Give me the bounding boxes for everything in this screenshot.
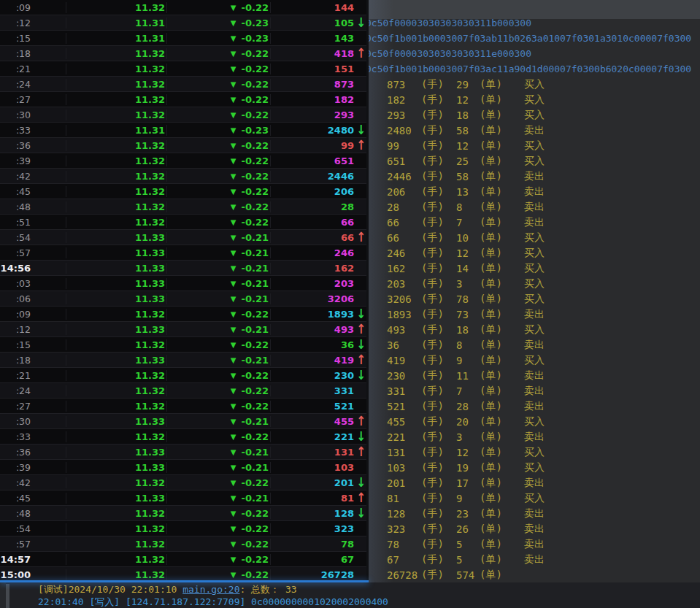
lots-unit-label: (手): [421, 201, 456, 214]
tick-row[interactable]: :3611.32▼-0.2299↑: [0, 138, 366, 153]
trade-row: 81(手)9(单)买入: [369, 490, 700, 506]
tick-change-value: -0.22: [242, 48, 269, 59]
tick-row[interactable]: :4511.33▼-0.2181↑: [0, 490, 366, 506]
lots-unit-label: (手): [421, 354, 456, 367]
trade-volume: 2480: [387, 125, 421, 136]
lots-unit-label: (手): [421, 323, 456, 336]
tick-change: ▼-0.21: [167, 278, 271, 289]
down-triangle-icon: ▼: [231, 479, 236, 487]
trade-row: 1893(手)73(单)卖出: [369, 307, 700, 322]
trade-order-count: 28: [456, 401, 480, 412]
tick-row[interactable]: :5411.33▼-0.2166↑: [0, 230, 366, 245]
tick-time: :24: [0, 385, 66, 396]
trade-direction: 买入: [524, 262, 568, 275]
tick-row[interactable]: 14:5711.32▼-0.2267: [0, 552, 366, 567]
arrow-up-icon: ↑: [355, 353, 366, 366]
tick-time: :12: [0, 324, 66, 335]
orders-unit-label: (单): [480, 93, 524, 107]
tick-row[interactable]: :2411.32▼-0.22873: [0, 77, 366, 92]
tick-row[interactable]: :4211.32▼-0.22201↓: [0, 475, 366, 490]
trade-volume: 246: [387, 247, 421, 259]
tick-row[interactable]: :0911.32▼-0.22144: [0, 0, 366, 15]
trade-direction: 卖出: [524, 431, 568, 444]
tick-row[interactable]: :2711.32▼-0.22521: [0, 399, 366, 414]
trade-row: 201(手)17(单)卖出: [369, 475, 700, 490]
tick-row[interactable]: :0911.32▼-0.221893↓: [0, 307, 366, 322]
trade-order-count: 14: [456, 263, 480, 274]
trade-row: 203(手)3(单)买入: [369, 276, 700, 291]
tick-change: ▼-0.21: [167, 355, 271, 366]
tick-row[interactable]: :1211.33▼-0.21493↑: [0, 322, 366, 337]
console-scrollbar-thumb[interactable]: [6, 584, 9, 608]
tick-row[interactable]: :4211.32▼-0.222446: [0, 169, 366, 184]
arrow-down-icon: ↓: [355, 16, 366, 29]
tick-change: ▼-0.23: [167, 33, 271, 44]
hex-packet-line: 0c50f1b001b0003007f03ab11b0263a01007f030…: [369, 31, 691, 46]
tick-row[interactable]: :2111.32▼-0.22230↓: [0, 368, 366, 383]
tick-row[interactable]: :3911.33▼-0.21103: [0, 460, 366, 475]
tick-time: :21: [0, 64, 66, 74]
tick-row[interactable]: :3611.33▼-0.21131↑: [0, 445, 366, 460]
tick-change: ▼-0.21: [167, 232, 271, 243]
tick-time: :42: [0, 171, 66, 182]
tick-time: :51: [0, 217, 66, 228]
lots-unit-label: (手): [421, 277, 456, 290]
source-link[interactable]: main.go:20: [182, 584, 239, 595]
tick-price: 11.32: [66, 155, 167, 166]
tick-row[interactable]: :5711.32▼-0.2278: [0, 536, 366, 552]
tick-row[interactable]: :5411.32▼-0.22323: [0, 521, 366, 536]
tick-change-value: -0.22: [242, 508, 269, 519]
tick-row[interactable]: :3011.33▼-0.21455↑: [0, 414, 366, 429]
tick-row[interactable]: :4811.32▼-0.22128↓: [0, 506, 366, 521]
tick-time: :42: [0, 477, 66, 488]
tick-row[interactable]: :2711.32▼-0.22182: [0, 92, 366, 107]
tick-row[interactable]: :1511.31▼-0.23143: [0, 31, 366, 46]
tick-change-value: -0.21: [242, 355, 269, 366]
orders-unit-label: (单): [480, 569, 524, 582]
tick-price: 11.31: [66, 33, 167, 44]
arrow-up-icon: ↑: [355, 231, 366, 244]
tick-row[interactable]: :1811.32▼-0.22418↑: [0, 46, 366, 61]
trade-direction: 卖出: [524, 124, 568, 137]
tick-volume: 201: [271, 477, 355, 488]
tick-change-value: -0.22: [242, 2, 269, 13]
tick-row[interactable]: :2111.32▼-0.22151: [0, 61, 366, 77]
tick-row[interactable]: :0611.33▼-0.213206: [0, 291, 366, 307]
tick-change-value: -0.22: [242, 94, 269, 105]
arrow-down-icon: ↓: [355, 507, 366, 520]
tick-price: 11.31: [66, 18, 167, 28]
trade-direction: 买入: [524, 78, 568, 91]
trade-direction: 卖出: [524, 553, 568, 566]
tick-row[interactable]: :5111.32▼-0.2266: [0, 215, 366, 230]
down-triangle-icon: ▼: [231, 540, 236, 548]
trade-volume: 455: [387, 416, 421, 428]
tick-row[interactable]: :5711.33▼-0.21246: [0, 245, 366, 261]
tick-row[interactable]: :3011.32▼-0.22293: [0, 107, 366, 123]
tick-row[interactable]: :4511.32▼-0.22206: [0, 184, 366, 199]
tick-row[interactable]: :3311.32▼-0.22221↓: [0, 429, 366, 445]
tick-change-value: -0.22: [242, 401, 269, 412]
tick-volume: 1893: [271, 309, 355, 320]
tick-row[interactable]: 14:5611.33▼-0.21162: [0, 261, 366, 276]
tick-row[interactable]: :3911.32▼-0.22651: [0, 153, 366, 169]
tick-change: ▼-0.21: [167, 447, 271, 458]
tick-row[interactable]: :2411.32▼-0.22331: [0, 383, 366, 399]
tick-row[interactable]: :4811.32▼-0.2228: [0, 199, 366, 215]
tick-volume: 331: [271, 385, 355, 396]
tick-row[interactable]: :0311.33▼-0.21203: [0, 276, 366, 291]
tick-row[interactable]: :1811.33▼-0.21419↑: [0, 353, 366, 368]
trade-order-count: 12: [456, 247, 480, 259]
tick-change: ▼-0.22: [167, 217, 271, 228]
trade-row: 221(手)3(单)卖出: [369, 429, 700, 445]
tick-change: ▼-0.22: [167, 64, 271, 74]
tick-volume: 99: [271, 140, 355, 151]
trade-volume: 26728: [387, 569, 421, 581]
tick-row[interactable]: :1511.32▼-0.2236↓: [0, 337, 366, 353]
lots-unit-label: (手): [421, 109, 456, 122]
tick-volume: 651: [271, 155, 355, 166]
orders-unit-label: (单): [480, 170, 524, 183]
tick-row[interactable]: :1211.31▼-0.23105↓: [0, 15, 366, 31]
trade-direction: 买入: [524, 277, 568, 290]
tick-volume: 323: [271, 523, 355, 534]
tick-row[interactable]: :3311.31▼-0.232480↓: [0, 123, 366, 138]
